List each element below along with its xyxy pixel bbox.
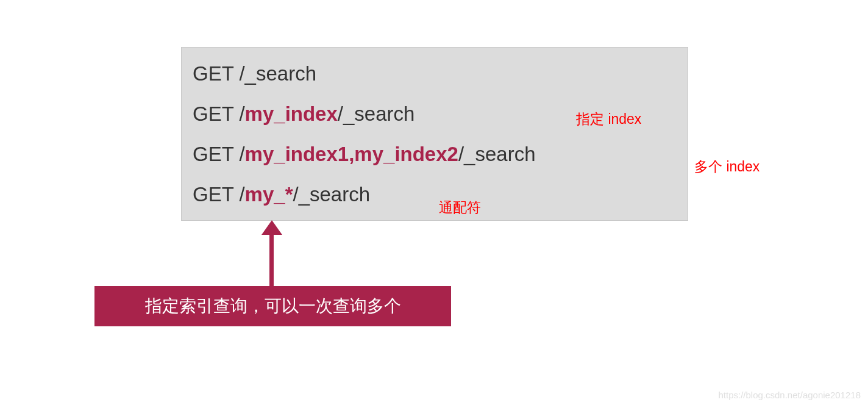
arrow-icon — [260, 220, 284, 287]
code-line-3: GET /my_index1,my_index2/_search — [193, 134, 677, 174]
code-text: GET / — [193, 62, 245, 85]
code-text: GET / — [193, 183, 245, 206]
code-text: /_search — [458, 143, 536, 165]
code-line-4: GET /my_*/_search — [193, 174, 677, 215]
code-highlight: my_index1,my_index2 — [245, 143, 458, 165]
code-highlight: my_index — [245, 102, 338, 125]
annotation-specify-index: 指定 index — [576, 110, 641, 129]
code-highlight: my_* — [245, 183, 293, 206]
code-line-1: GET /_search — [193, 54, 677, 94]
watermark-text: https://blog.csdn.net/agonie201218 — [718, 390, 861, 400]
code-text: /_search — [293, 183, 370, 206]
code-text: GET / — [193, 102, 245, 125]
explanation-label: 指定索引查询，可以一次查询多个 — [94, 286, 451, 326]
code-text: _search — [245, 62, 316, 85]
annotation-multiple-index: 多个 index — [694, 157, 760, 176]
code-block: GET /_search GET /my_index/_search GET /… — [181, 47, 688, 221]
code-text: GET / — [193, 143, 245, 165]
arrow-line-icon — [269, 231, 274, 287]
annotation-wildcard: 通配符 — [439, 198, 481, 217]
explanation-label-text: 指定索引查询，可以一次查询多个 — [145, 295, 401, 318]
code-text: /_search — [338, 102, 415, 125]
